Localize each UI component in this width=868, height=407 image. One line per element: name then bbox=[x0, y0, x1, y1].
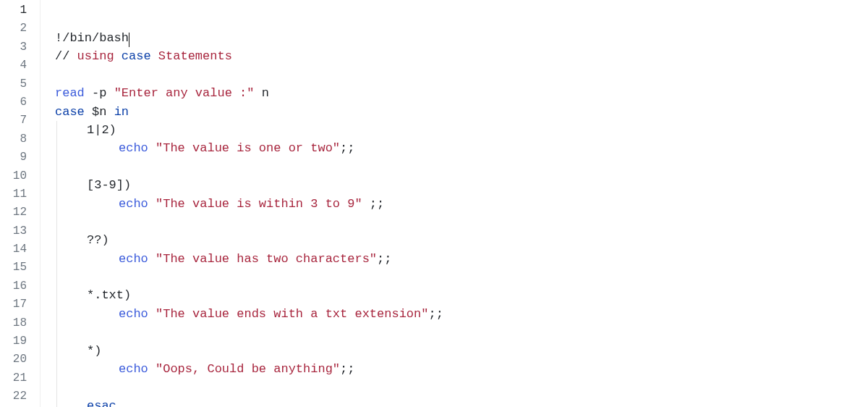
line-number: 14 bbox=[0, 240, 40, 259]
code-area[interactable]: !/bin/bash// using case Statementsread -… bbox=[41, 0, 868, 407]
code-token: "The value is within 3 to 9" bbox=[156, 197, 362, 211]
line-number: 15 bbox=[0, 259, 40, 277]
code-token: !/bin/bash bbox=[55, 31, 129, 45]
code-token: "The value is one or two" bbox=[156, 141, 340, 155]
line-number: 22 bbox=[0, 387, 40, 406]
code-line[interactable] bbox=[55, 66, 868, 84]
code-token: ;; bbox=[340, 141, 354, 155]
code-token: echo bbox=[119, 252, 148, 266]
code-line[interactable]: read -p "Enter any value :" n bbox=[55, 84, 868, 102]
line-number: 7 bbox=[0, 112, 40, 130]
code-token: ;; bbox=[340, 362, 354, 376]
code-line[interactable]: case $n in bbox=[55, 103, 868, 121]
code-token: ;; bbox=[362, 197, 385, 211]
code-line[interactable] bbox=[55, 158, 868, 176]
code-line[interactable] bbox=[55, 213, 868, 231]
code-line[interactable]: echo "The value ends with a txt extensio… bbox=[55, 305, 868, 323]
code-token: *.txt) bbox=[87, 288, 131, 302]
code-token bbox=[114, 49, 122, 63]
code-token: ??) bbox=[87, 233, 109, 247]
code-token bbox=[148, 362, 156, 376]
code-token: esac bbox=[87, 399, 116, 407]
code-line[interactable]: echo "Oops, Could be anything";; bbox=[55, 360, 868, 378]
line-number: 6 bbox=[0, 93, 40, 112]
line-number: 8 bbox=[0, 130, 40, 148]
line-number: 2 bbox=[0, 20, 40, 38]
line-number: 3 bbox=[0, 38, 40, 56]
line-number: 4 bbox=[0, 56, 40, 75]
code-token: case bbox=[122, 49, 151, 63]
code-line[interactable]: *.txt) bbox=[55, 286, 868, 304]
code-token bbox=[151, 49, 158, 63]
code-token: case bbox=[55, 105, 85, 119]
code-token: 1|2) bbox=[87, 123, 116, 137]
code-token: Statements bbox=[158, 49, 232, 63]
code-token: // bbox=[55, 49, 77, 63]
line-number: 19 bbox=[0, 332, 40, 351]
line-number: 16 bbox=[0, 277, 40, 295]
code-line[interactable] bbox=[55, 268, 868, 286]
code-token: echo bbox=[119, 362, 148, 376]
indent-guide bbox=[56, 121, 57, 407]
code-token: "The value ends with a txt extension" bbox=[156, 307, 428, 321]
line-number: 1 bbox=[0, 1, 40, 20]
code-token: *) bbox=[87, 344, 101, 358]
code-line[interactable]: echo "The value is one or two";; bbox=[55, 139, 868, 157]
code-line[interactable]: !/bin/bash bbox=[55, 29, 868, 47]
code-line[interactable]: ??) bbox=[55, 231, 868, 249]
code-token: "The value has two characters" bbox=[156, 252, 377, 266]
code-token: n bbox=[254, 86, 268, 100]
line-number: 21 bbox=[0, 369, 40, 387]
code-token: echo bbox=[119, 141, 148, 155]
code-token: read bbox=[55, 86, 85, 100]
line-number: 5 bbox=[0, 75, 40, 93]
line-number: 17 bbox=[0, 295, 40, 314]
code-token: "Oops, Could be anything" bbox=[156, 362, 340, 376]
code-line[interactable]: *) bbox=[55, 342, 868, 360]
code-token bbox=[148, 197, 156, 211]
code-line[interactable]: echo "The value is within 3 to 9" ;; bbox=[55, 195, 868, 213]
line-number: 20 bbox=[0, 351, 40, 369]
code-line[interactable]: echo "The value has two characters";; bbox=[55, 250, 868, 268]
line-number: 10 bbox=[0, 167, 40, 185]
code-line[interactable]: esac bbox=[55, 397, 868, 407]
line-number: 9 bbox=[0, 148, 40, 167]
code-line[interactable]: // using case Statements bbox=[55, 47, 868, 65]
code-token: -p bbox=[85, 86, 114, 100]
code-token bbox=[148, 252, 156, 266]
code-token: $n bbox=[85, 105, 114, 119]
code-line[interactable] bbox=[55, 323, 868, 341]
line-number: 11 bbox=[0, 185, 40, 204]
text-cursor bbox=[129, 33, 129, 47]
line-number-gutter: 12345678910111213141516171819202122 bbox=[0, 0, 41, 407]
code-token: ;; bbox=[428, 307, 443, 321]
code-line[interactable] bbox=[55, 378, 868, 396]
code-token: "Enter any value :" bbox=[114, 86, 255, 100]
code-token: in bbox=[114, 105, 129, 119]
code-token: ;; bbox=[377, 252, 391, 266]
code-token: using bbox=[77, 49, 114, 63]
line-number: 13 bbox=[0, 222, 40, 240]
line-number: 12 bbox=[0, 204, 40, 222]
code-token: echo bbox=[119, 197, 148, 211]
code-token bbox=[148, 307, 156, 321]
code-line[interactable]: [3-9]) bbox=[55, 176, 868, 194]
code-token: echo bbox=[119, 307, 148, 321]
line-number: 18 bbox=[0, 314, 40, 332]
code-token: [3-9]) bbox=[87, 178, 131, 192]
code-line[interactable]: 1|2) bbox=[55, 121, 868, 139]
code-editor[interactable]: 12345678910111213141516171819202122 !/bi… bbox=[0, 0, 868, 407]
code-token bbox=[148, 141, 156, 155]
